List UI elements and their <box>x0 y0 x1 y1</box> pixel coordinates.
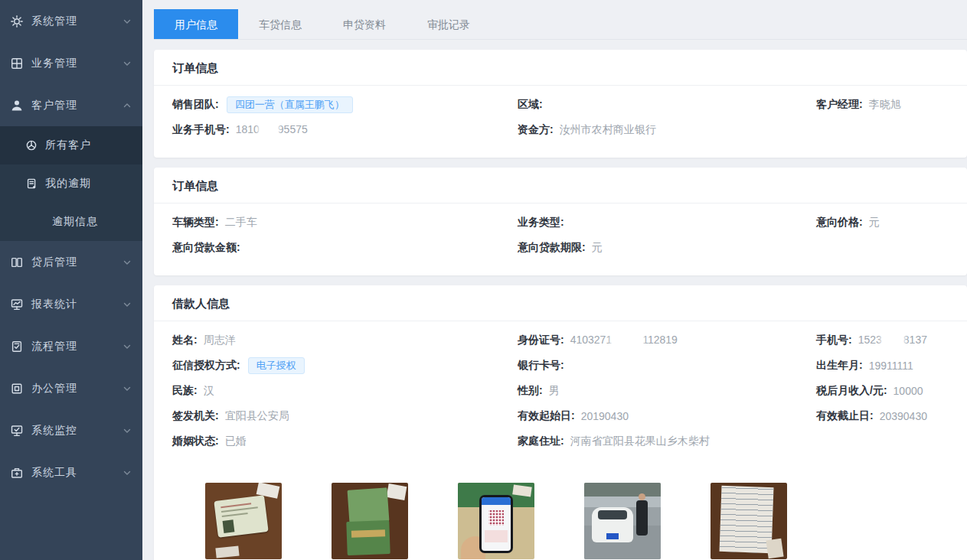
cards-container: 订单信息销售团队:四团一营（直属王鹏飞）区域:客户经理:李晓旭业务手机号:181… <box>142 40 967 560</box>
paper-scrap <box>766 539 783 559</box>
field-label: 意向贷款金额: <box>172 241 240 255</box>
field-name: 姓名:周志洋 <box>172 334 518 347</box>
field-value: 周志洋 <box>204 334 236 347</box>
license-plate <box>606 533 619 539</box>
field-issuing-authority: 签发机关:宜阳县公安局 <box>172 409 518 423</box>
photo-auth-screenshot[interactable]: 授权图片 <box>458 483 534 560</box>
grid-icon <box>10 57 24 70</box>
trees-graphic <box>584 483 661 497</box>
photo-thumbnail[interactable] <box>584 483 661 559</box>
sidebar-item-office-management[interactable]: 办公管理 <box>0 367 142 409</box>
sidebar-item-label: 业务管理 <box>31 57 77 70</box>
field-row: 民族:汉性别:男税后月收入/元:10000 <box>172 378 949 403</box>
paper-scrap <box>387 483 407 500</box>
sidebar-item-system-management[interactable]: 系统管理 <box>0 0 142 42</box>
field-label: 有效起始日: <box>518 409 575 423</box>
section-fields: 销售团队:四团一营（直属王鹏飞）区域:客户经理:李晓旭业务手机号:1810955… <box>154 86 967 158</box>
booklet-strip <box>351 529 385 538</box>
field-valid-to: 有效截止日:20390430 <box>816 409 949 423</box>
card-line <box>222 513 248 517</box>
photo-other-material[interactable]: 其他材料 <box>711 483 787 560</box>
sidebar-item-label: 逾期信息 <box>52 215 98 229</box>
square-icon <box>10 382 24 396</box>
sidebar-item-overdue-info[interactable]: 逾期信息 <box>0 203 142 241</box>
field-value: 李晓旭 <box>869 98 901 112</box>
section-title: 订单信息 <box>154 50 967 86</box>
tab-loan-materials[interactable]: 申贷资料 <box>322 9 407 39</box>
chevron-down-icon <box>123 17 132 26</box>
photo-thumbnail[interactable] <box>711 483 787 559</box>
tab-car-loan-info[interactable]: 车贷信息 <box>238 9 322 39</box>
field-row: 销售团队:四团一营（直属王鹏飞）区域:客户经理:李晓旭 <box>172 92 949 117</box>
section-title: 借款人信息 <box>154 285 967 321</box>
sidebar-item-process-management[interactable]: 流程管理 <box>0 325 142 367</box>
chevron-down-icon <box>123 426 132 435</box>
section-fields: 姓名:周志洋身份证号:4103271112819手机号:15238137征信授权… <box>154 321 967 469</box>
sidebar-item-customer-management[interactable]: 客户管理 <box>0 84 142 126</box>
field-value-tag: 四团一营（直属王鹏飞） <box>227 96 353 113</box>
field-label: 有效截止日: <box>816 409 874 423</box>
tab-approval-records[interactable]: 审批记录 <box>407 9 491 39</box>
sidebar-item-all-customers[interactable]: 所有客户 <box>0 126 142 164</box>
sidebar-item-post-loan-management[interactable]: 贷后管理 <box>0 241 142 283</box>
sidebar-item-system-monitor[interactable]: 系统监控 <box>0 409 142 451</box>
person-body <box>636 500 648 536</box>
clipboard-icon <box>10 340 24 353</box>
car-windshield <box>598 510 627 519</box>
field-label: 客户经理: <box>816 98 863 112</box>
field-value: 二手车 <box>225 216 257 230</box>
field-value: 元 <box>869 216 880 230</box>
section-card-order-info-1: 订单信息销售团队:四团一营（直属王鹏飞）区域:客户经理:李晓旭业务手机号:181… <box>154 50 967 158</box>
sidebar-item-my-overdue[interactable]: 我的逾期 <box>0 164 142 203</box>
app-header-bar <box>482 497 511 505</box>
screen-content <box>485 530 508 542</box>
field-label: 银行卡号: <box>518 359 564 373</box>
field-region: 区域: <box>518 98 816 112</box>
sidebar-item-label: 系统监控 <box>31 424 77 438</box>
field-label: 意向贷款期限: <box>518 241 586 255</box>
field-marital-status: 婚姻状态:已婚 <box>172 435 518 448</box>
sidebar-item-label: 贷后管理 <box>31 256 77 269</box>
field-intended-loan-term: 意向贷款期限:元 <box>518 241 816 255</box>
field-value: 19911111 <box>869 360 913 372</box>
field-value: 男 <box>549 384 560 398</box>
sidebar-item-label: 所有客户 <box>45 138 91 152</box>
field-business-type: 业务类型: <box>518 216 816 230</box>
field-label: 民族: <box>172 384 198 398</box>
field-value: 20390430 <box>880 410 927 422</box>
field-intended-loan-amount: 意向贷款金额: <box>172 241 518 255</box>
field-row: 车辆类型:二手车业务类型:意向价格:元 <box>172 210 949 235</box>
field-label: 签发机关: <box>172 409 219 423</box>
photo-person-car[interactable]: 人车图 <box>584 483 661 560</box>
photo-thumbnail[interactable] <box>458 483 534 559</box>
photo-license-booklet[interactable]: 驾驶证图片 <box>332 483 408 560</box>
sidebar-item-label: 客户管理 <box>31 99 77 112</box>
paper-scrap <box>215 545 239 558</box>
sidebar-item-system-tools[interactable]: 系统工具 <box>0 451 142 493</box>
sidebar-item-business-management[interactable]: 业务管理 <box>0 42 142 84</box>
field-row: 姓名:周志洋身份证号:4103271112819手机号:15238137 <box>172 327 949 353</box>
field-account-manager: 客户经理:李晓旭 <box>816 98 949 112</box>
field-sales-team: 销售团队:四团一营（直属王鹏飞） <box>172 96 518 113</box>
monitor-icon <box>10 298 24 311</box>
sidebar-item-report-statistics[interactable]: 报表统计 <box>0 283 142 325</box>
photo-id-card[interactable]: 身份证 <box>205 483 282 560</box>
field-mobile: 手机号:15238137 <box>816 334 949 347</box>
field-credit-auth-method: 征信授权方式:电子授权 <box>172 357 518 374</box>
photo-thumbnail[interactable] <box>205 483 282 559</box>
field-value: 10000 <box>893 385 923 397</box>
tab-user-info[interactable]: 用户信息 <box>154 9 238 39</box>
field-row: 意向贷款金额:意向贷款期限:元 <box>172 235 949 260</box>
field-label: 家庭住址: <box>518 435 564 448</box>
person-head <box>639 493 645 500</box>
photo-thumbnail[interactable] <box>332 483 408 559</box>
sidebar-submenu: 所有客户我的逾期逾期信息 <box>0 126 142 241</box>
field-bank-card: 银行卡号: <box>518 359 816 373</box>
field-label: 业务类型: <box>518 216 564 230</box>
sidebar-item-label: 系统工具 <box>31 466 77 480</box>
redaction-mask <box>883 334 903 346</box>
id-card-graphic <box>214 495 268 538</box>
sidebar-menu: 系统管理业务管理客户管理所有客户我的逾期逾期信息贷后管理报表统计流程管理办公管理… <box>0 0 142 493</box>
chevron-up-icon <box>123 101 132 110</box>
qr-code-graphic <box>488 510 504 526</box>
